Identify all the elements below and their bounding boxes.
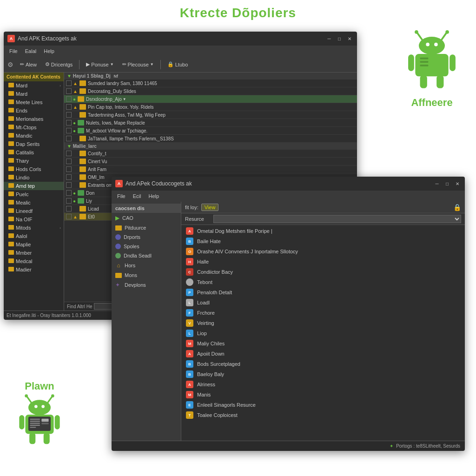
window2-minimize[interactable]: ─	[433, 180, 441, 187]
list-item[interactable]: F Frchore	[181, 308, 465, 318]
menu-file[interactable]: File	[6, 48, 21, 54]
row-checkbox[interactable]	[66, 128, 72, 133]
list-item[interactable]: P Penaloth Detalt	[181, 287, 465, 298]
list-item[interactable]: T Toalee Coploicest	[181, 410, 465, 420]
window1-close[interactable]: ✕	[346, 35, 353, 42]
row-checkbox[interactable]	[66, 96, 72, 102]
row-checkbox[interactable]	[66, 214, 72, 219]
sidebar-item-medcal[interactable]: Medcal	[4, 257, 64, 265]
sidebar-item-mandic[interactable]: Mandic	[4, 132, 64, 140]
row-checkbox[interactable]	[66, 198, 72, 204]
list-item[interactable]: E Enleeil Sinagorls Resurce	[181, 400, 465, 410]
menu-ealal[interactable]: Ealal	[21, 48, 40, 54]
sidebar-item-na[interactable]: Na OIF	[4, 215, 64, 224]
list-item[interactable]: A Ometal Dog Metshen file Poripe |	[181, 226, 465, 236]
sidebar-item-mard1[interactable]: Mard ›	[4, 81, 64, 90]
sidebar-item-meete[interactable]: Meete Lires	[4, 98, 64, 106]
sidebar-item-cat[interactable]: Catitalis	[4, 148, 64, 157]
resource-select[interactable]	[213, 215, 461, 223]
table-row[interactable]: ● M_acboot Vrflow ar Tpchiage.	[64, 127, 357, 135]
window1-controls[interactable]: ─ □ ✕	[325, 35, 353, 42]
sidebar-item-merl[interactable]: Merlonalses	[4, 115, 64, 123]
menu-help[interactable]: Help	[40, 48, 58, 54]
context-item-drports[interactable]: Drports	[112, 232, 181, 242]
sidebar-item-madier[interactable]: Madier	[4, 265, 64, 274]
menu2-file[interactable]: File	[113, 193, 129, 199]
sidebar-item-mealic[interactable]: Mealic	[4, 198, 64, 207]
table-row[interactable]: Tardertnning Asss, Twl Mg, Wiig Feep	[64, 111, 357, 119]
list-item[interactable]: B Baeloy Baly	[181, 369, 465, 379]
sidebar-item-hods[interactable]: Hods Corls	[4, 165, 64, 173]
menu2-ecil[interactable]: Ecil	[129, 193, 145, 199]
table-row[interactable]: ● Nulets, Iows, Mape Replacle	[64, 119, 357, 127]
table-row[interactable]: Contify_t	[64, 150, 357, 158]
list-item[interactable]: L Loadl	[181, 298, 465, 308]
list-item[interactable]: B Baile Hate	[181, 236, 465, 246]
table-row[interactable]: ▲ Pin Cap top, Intoox. Yoly. Ridels	[64, 103, 357, 111]
sidebar-item-amd[interactable]: Amd tep	[4, 182, 64, 190]
list-item[interactable]: A Alriness	[181, 379, 465, 390]
row-checkbox[interactable]	[66, 136, 72, 141]
window2-maximize[interactable]: □	[443, 180, 451, 187]
sidebar-item-puelc[interactable]: Puelc	[4, 190, 64, 198]
sidebar-item-mard2[interactable]: Mard	[4, 90, 64, 98]
filter-view-btn[interactable]: View	[201, 204, 219, 211]
row-checkbox[interactable]	[66, 182, 72, 188]
sidebar-item-dap[interactable]: Dap Serits	[4, 140, 64, 148]
list-item[interactable]: H Halle	[181, 257, 465, 267]
row-checkbox[interactable]	[66, 166, 72, 172]
menu2-help[interactable]: Help	[145, 193, 163, 199]
sidebar-item-lindio[interactable]: Lindio	[4, 173, 64, 182]
sidebar-item-mitods[interactable]: Mitods ›	[4, 224, 64, 232]
list-item[interactable]: A Apoiit Down	[181, 349, 465, 359]
toolbar-ponuse[interactable]: ▶ Ponuse ▼	[82, 60, 117, 69]
table-row[interactable]: ▲ Sumded landry Sam, 1380 11465	[64, 79, 357, 87]
window2-controls[interactable]: ─ □ ✕	[433, 180, 461, 187]
window1-minimize[interactable]: ─	[325, 35, 333, 42]
sidebar-item-ends[interactable]: Ends	[4, 106, 64, 115]
context-item-hors[interactable]: ⌂ Hors	[112, 260, 181, 271]
context-item-spoles[interactable]: Spoles	[112, 242, 181, 251]
list-item[interactable]: C Condiictor Bacy	[181, 267, 465, 277]
sidebar-item-thary[interactable]: Thary	[4, 157, 64, 165]
sidebar-item-mt[interactable]: Mt-Ctops	[4, 123, 64, 132]
context-item-mons[interactable]: Mons	[112, 271, 181, 280]
toolbar-ltubo[interactable]: 🔒 Ltubo	[164, 60, 192, 69]
context-item-pit[interactable]: Pitduurce	[112, 223, 181, 232]
window2-close[interactable]: ✕	[454, 180, 461, 187]
list-item[interactable]: Tebont	[181, 277, 465, 287]
context-item-dndla[interactable]: Dndla Seadl	[112, 251, 181, 260]
row-checkbox[interactable]	[66, 151, 72, 156]
row-checkbox[interactable]	[66, 120, 72, 126]
row-checkbox[interactable]	[66, 206, 72, 212]
list-item[interactable]: V Veirting	[181, 318, 465, 328]
row-checkbox[interactable]	[66, 104, 72, 110]
list-item[interactable]: O Orashe AIV Convnents J Inportalme Sllo…	[181, 246, 465, 257]
toolbar-alew[interactable]: ✏ Alew	[16, 60, 40, 69]
row-checkbox[interactable]	[66, 159, 72, 164]
sidebar-item-aalol[interactable]: Aalol	[4, 232, 64, 240]
row-checkbox[interactable]	[66, 174, 72, 180]
row-checkbox[interactable]	[66, 112, 72, 118]
toolbar-plecouse[interactable]: ✏ Plecouse ▼	[119, 60, 158, 69]
list-item[interactable]: M Maliy Chiles	[181, 338, 465, 349]
row-checkbox[interactable]	[66, 190, 72, 196]
file-name: Cinert Vu	[88, 159, 107, 164]
table-row[interactable]: ▲ Decorating_Duly Slides	[64, 87, 357, 95]
context-item-cao[interactable]: ▶ CAO	[112, 213, 181, 223]
window1-maximize[interactable]: □	[336, 35, 343, 42]
row-checkbox[interactable]	[66, 88, 72, 94]
table-row[interactable]: Cinert Vu	[64, 158, 357, 165]
table-row[interactable]: JaTtanali, Ilampe Therts Farlenm,_S138S	[64, 135, 357, 143]
row-checkbox[interactable]	[66, 80, 72, 86]
list-item[interactable]: M Manis	[181, 390, 465, 400]
sidebar-item-maplie[interactable]: Maplie	[4, 240, 64, 249]
context-item-devplons[interactable]: ✦ Devplons	[112, 280, 181, 290]
table-row[interactable]: Anlt Fam	[64, 165, 357, 173]
toolbar-dricentgs[interactable]: ⚙ Dricentgs	[41, 60, 76, 69]
sidebar-item-lineedf[interactable]: Lineedf	[4, 207, 64, 215]
list-item[interactable]: B Bods Surcetplaged	[181, 359, 465, 369]
list-item[interactable]: L Liop	[181, 328, 465, 338]
sidebar-item-mmber[interactable]: Mmber	[4, 249, 64, 257]
table-row[interactable]: ● Dsrxdocrdnp_Ajo ▼	[64, 95, 357, 103]
